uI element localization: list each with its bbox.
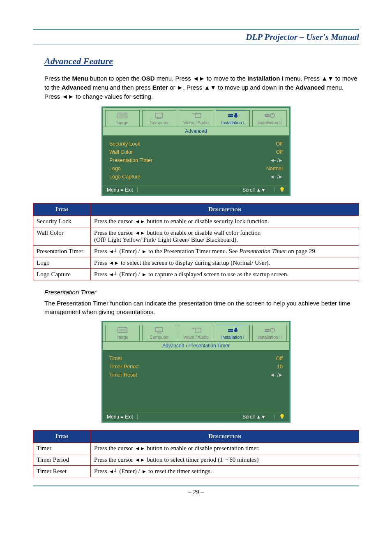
osd-tab-label: Installation I bbox=[221, 335, 244, 340]
osd-row-timer[interactable]: TimerOff bbox=[109, 354, 283, 363]
osd-row-value: 10 bbox=[277, 364, 283, 370]
osd-tab-label: Computer bbox=[150, 335, 168, 340]
osd-row-logo[interactable]: LogoNormal bbox=[109, 164, 283, 173]
osd-row-label: Timer bbox=[109, 356, 122, 361]
table-row: Wall ColorPress the cursor button to ena… bbox=[33, 227, 359, 246]
osd-tab-icon bbox=[116, 326, 129, 334]
svg-rect-25 bbox=[265, 329, 270, 330]
osd-footer-sep bbox=[274, 187, 274, 193]
osd-tab-icon bbox=[226, 111, 240, 120]
osd-menu-exit[interactable]: Menu = Exit bbox=[107, 414, 133, 420]
section-title: Advanced Feature bbox=[44, 56, 359, 67]
help-icon[interactable]: 💡 bbox=[279, 187, 285, 193]
osd-row-logo-capture[interactable]: Logo Capture◄┘/► bbox=[109, 173, 283, 181]
svg-rect-22 bbox=[228, 331, 233, 332]
svg-rect-15 bbox=[119, 329, 126, 331]
arrow-right-icon bbox=[141, 468, 147, 474]
osd-tab-computer[interactable]: Computer bbox=[142, 325, 177, 341]
osd-scroll-hint: Scroll ▲▼ bbox=[242, 187, 266, 193]
osd-tab-label: Computer bbox=[150, 120, 168, 125]
svg-rect-24 bbox=[235, 328, 237, 329]
osd-tab-installation-ii[interactable]: Installation II bbox=[252, 325, 287, 341]
osd-row-value: Normal bbox=[266, 166, 283, 171]
osd-tab-icon bbox=[263, 111, 276, 120]
svg-point-9 bbox=[234, 114, 238, 118]
table-cell-desc: Press (Enter) / to capture a displayed s… bbox=[91, 269, 359, 280]
osd-menu-exit[interactable]: Menu = Exit bbox=[107, 187, 133, 193]
osd-row-timer-reset[interactable]: Timer Reset◄┘/► bbox=[109, 371, 283, 379]
osd-tab-video-audio[interactable]: Video / Audio bbox=[179, 110, 213, 127]
osd-tab-label: Installation II bbox=[258, 335, 282, 340]
osd-row-value: Off bbox=[276, 356, 283, 361]
osd-tab-installation-ii[interactable]: Installation II bbox=[252, 110, 287, 127]
table-cell-item: Timer bbox=[33, 443, 91, 454]
osd-tab-label: Video / Audio bbox=[183, 120, 209, 125]
section-instructions: Press the Menu button to open the OSD me… bbox=[44, 74, 359, 101]
table-header-item: Item bbox=[33, 430, 91, 443]
osd-row-value: ◄┘/► bbox=[270, 372, 283, 378]
header-rule-top bbox=[33, 29, 359, 30]
osd-tab-icon bbox=[263, 326, 276, 334]
osd-row-presentation-timer[interactable]: Presentation Timer◄┘/► bbox=[109, 156, 283, 164]
table-row: Security LockPress the cursor button to … bbox=[33, 216, 359, 227]
osd-tab-computer[interactable]: Computer bbox=[142, 110, 177, 127]
page-number: – 29 – bbox=[33, 489, 359, 496]
table-header-desc: Description bbox=[91, 430, 359, 443]
svg-rect-11 bbox=[265, 114, 270, 116]
subsection-text: The Presentation Timer function can indi… bbox=[44, 299, 359, 316]
osd-tab-installation-i[interactable]: Installation I bbox=[216, 110, 250, 127]
osd-tab-installation-i[interactable]: Installation I bbox=[216, 325, 250, 341]
osd-tab-video-audio[interactable]: Video / Audio bbox=[179, 325, 213, 341]
timer-desc-table: Item Description TimerPress the cursor b… bbox=[33, 430, 359, 477]
table-row: Presentation TimerPress (Enter) / to the… bbox=[33, 246, 359, 257]
osd-row-timer-period[interactable]: Timer Period10 bbox=[109, 363, 283, 371]
table-row: LogoPress to select the screen to displa… bbox=[33, 257, 359, 269]
enter-icon bbox=[108, 248, 118, 254]
svg-rect-1 bbox=[119, 114, 126, 117]
svg-rect-6 bbox=[195, 113, 201, 118]
osd-row-value: Off bbox=[276, 141, 283, 147]
advanced-desc-table: Item Description Security LockPress the … bbox=[33, 203, 359, 280]
arrow-right-icon bbox=[141, 248, 147, 254]
table-header-item: Item bbox=[33, 204, 91, 216]
osd-tab-label: Image bbox=[116, 335, 128, 340]
svg-rect-10 bbox=[235, 113, 237, 115]
osd-row-value: ◄┘/► bbox=[270, 174, 283, 180]
table-header-desc: Description bbox=[91, 204, 359, 216]
osd-row-label: Security Lock bbox=[109, 141, 140, 147]
osd-row-label: Logo Capture bbox=[109, 174, 141, 180]
table-cell-desc: Press the cursor button to select timer … bbox=[91, 454, 359, 466]
arrow-left-right-icon bbox=[135, 445, 145, 451]
osd-tab-image[interactable]: Image bbox=[105, 325, 140, 341]
table-cell-desc: Press (Enter) / to reset the timer setti… bbox=[91, 466, 359, 477]
osd-row-wall-color[interactable]: Wall ColorOff bbox=[109, 148, 283, 156]
help-icon[interactable]: 💡 bbox=[279, 414, 285, 420]
osd-presentation-timer-menu: ImageComputerVideo / AudioInstallation I… bbox=[101, 321, 291, 423]
osd-row-value: ◄┘/► bbox=[270, 157, 283, 163]
table-cell-item: Logo bbox=[33, 257, 91, 269]
osd-tab-label: Image bbox=[116, 120, 128, 125]
osd-footer-sep bbox=[274, 414, 274, 420]
osd-row-security-lock[interactable]: Security LockOff bbox=[109, 140, 283, 148]
svg-rect-16 bbox=[155, 328, 163, 332]
osd-tab-icon bbox=[189, 326, 203, 334]
table-cell-desc: Press the cursor button to enable or dis… bbox=[91, 227, 359, 246]
osd-row-label: Presentation Timer bbox=[109, 157, 152, 163]
svg-rect-26 bbox=[265, 331, 270, 332]
table-cell-item: Presentation Timer bbox=[33, 246, 91, 257]
enter-icon bbox=[108, 468, 118, 474]
svg-rect-20 bbox=[195, 328, 201, 332]
header-rule-bottom bbox=[33, 44, 359, 44]
osd-tab-label: Installation II bbox=[258, 120, 282, 125]
osd-tab-image[interactable]: Image bbox=[105, 110, 140, 127]
osd-breadcrumb: Advanced bbox=[103, 127, 289, 136]
table-cell-item: Wall Color bbox=[33, 227, 91, 246]
osd-tab-label: Installation I bbox=[221, 120, 244, 125]
svg-rect-7 bbox=[228, 114, 233, 116]
table-cell-desc: Press (Enter) / to the Presentation Time… bbox=[91, 246, 359, 257]
subsection-title: Presentation Timer bbox=[44, 289, 359, 296]
osd-scroll-hint: Scroll ▲▼ bbox=[242, 414, 266, 420]
arrow-right-icon bbox=[141, 271, 147, 278]
table-cell-desc: Press to select the screen to display du… bbox=[91, 257, 359, 269]
osd-breadcrumb: Advanced \ Presentation Timer bbox=[103, 341, 289, 350]
